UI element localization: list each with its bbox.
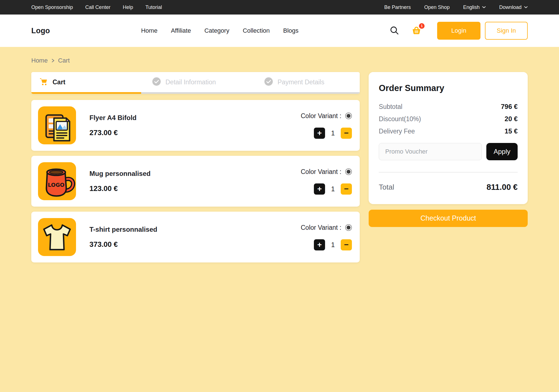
download-dropdown[interactable]: Download — [499, 4, 528, 10]
color-variant-label: Color Variant : — [301, 224, 341, 231]
check-circle-icon — [264, 77, 273, 87]
quantity-value: 1 — [331, 241, 335, 249]
check-circle-icon — [152, 77, 161, 87]
nav-link-home[interactable]: Home — [141, 27, 158, 34]
increase-quantity-button[interactable]: + — [314, 183, 325, 195]
topbar-link-be-partners[interactable]: Be Partners — [384, 4, 411, 10]
step-payment-label: Payment Details — [278, 78, 324, 86]
topbar-link-help[interactable]: Help — [123, 4, 133, 10]
quantity-value: 1 — [331, 129, 335, 137]
color-variant-row: Color Variant : — [301, 168, 352, 176]
cart-item-flyer: Flyer A4 Bifold 273.00 € Color Variant :… — [31, 100, 360, 151]
total-label: Total — [379, 183, 394, 192]
decrease-quantity-button[interactable]: − — [341, 239, 352, 250]
nav-link-blogs[interactable]: Blogs — [283, 27, 299, 34]
cart-count-badge: 1 — [419, 23, 425, 29]
delivery-fee-label: Delivery Fee — [379, 128, 415, 135]
step-cart[interactable]: Cart — [39, 72, 65, 92]
quantity-stepper: + 1 − — [314, 128, 352, 139]
delivery-fee-row: Delivery Fee 15 € — [379, 127, 518, 135]
summary-divider — [379, 172, 518, 173]
main-layout: Cart Detail Information Payment Details — [31, 72, 528, 267]
nav-link-collection[interactable]: Collection — [243, 27, 270, 34]
topbar-link-open-shop[interactable]: Open Shop — [424, 4, 450, 10]
mug-product-image: LOGO — [38, 162, 76, 200]
signin-button[interactable]: Sign In — [485, 22, 528, 40]
breadcrumb: Home Cart — [31, 57, 528, 64]
subtotal-label: Subtotal — [379, 103, 402, 111]
color-variant-radio[interactable] — [345, 168, 352, 175]
item-name: Flyer A4 Bifold — [89, 114, 136, 122]
nav-link-affiliate[interactable]: Affiliate — [171, 27, 191, 34]
checkout-steps: Cart Detail Information Payment Details — [31, 72, 360, 94]
item-name: Mug personnalised — [89, 170, 151, 178]
quantity-value: 1 — [331, 185, 335, 193]
chevron-right-icon — [51, 57, 55, 64]
search-button[interactable] — [390, 26, 399, 36]
chevron-down-icon — [524, 6, 528, 8]
color-variant-label: Color Variant : — [301, 112, 341, 120]
discount-value: 20 € — [504, 115, 518, 123]
svg-text:LOGO: LOGO — [48, 182, 64, 188]
topbar-link-open-sponsorship[interactable]: Open Sponsorship — [31, 4, 73, 10]
total-value: 811.00 € — [487, 183, 518, 192]
flyer-product-image — [38, 106, 76, 144]
promo-voucher-input[interactable] — [379, 143, 482, 160]
step-payment-details: Payment Details — [264, 72, 324, 92]
cart-column: Cart Detail Information Payment Details — [31, 72, 360, 267]
breadcrumb-home[interactable]: Home — [31, 57, 48, 64]
checkout-product-button[interactable]: Checkout Product — [369, 210, 528, 227]
total-row: Total 811.00 € — [379, 183, 518, 192]
color-variant-radio[interactable] — [345, 113, 352, 119]
color-variant-row: Color Variant : — [301, 112, 352, 120]
summary-column: Order Summary Subtotal 796 € Discount(10… — [369, 72, 528, 227]
apply-voucher-button[interactable]: Apply — [486, 143, 518, 160]
increase-quantity-button[interactable]: + — [314, 239, 325, 250]
download-dropdown-label: Download — [499, 4, 522, 10]
item-controls: Color Variant : + 1 − — [301, 224, 352, 250]
item-price: 273.00 € — [89, 128, 136, 137]
color-variant-label: Color Variant : — [301, 168, 341, 176]
item-controls: Color Variant : + 1 − — [301, 112, 352, 139]
item-price: 123.00 € — [89, 184, 151, 193]
quantity-stepper: + 1 − — [314, 239, 352, 250]
step-detail-information: Detail Information — [152, 72, 216, 92]
item-controls: Color Variant : + 1 − — [301, 168, 352, 195]
main-navigation: Home Affiliate Category Collection Blogs — [50, 27, 390, 34]
page-content: Home Cart — [0, 47, 559, 267]
item-info: T-shirt personnalised 373.00 € — [89, 226, 157, 249]
increase-quantity-button[interactable]: + — [314, 128, 325, 139]
nav-link-category[interactable]: Category — [204, 27, 229, 34]
chevron-down-icon — [482, 6, 486, 8]
decrease-quantity-button[interactable]: − — [341, 183, 352, 195]
header-actions: 1 Login Sign In — [390, 22, 528, 40]
topbar-link-call-center[interactable]: Call Center — [85, 4, 110, 10]
color-variant-row: Color Variant : — [301, 224, 352, 231]
decrease-quantity-button[interactable]: − — [341, 128, 352, 139]
item-name: T-shirt personnalised — [89, 226, 157, 233]
breadcrumb-cart: Cart — [58, 57, 70, 64]
cart-basket-button[interactable]: 1 — [411, 26, 421, 36]
quantity-stepper: + 1 − — [314, 183, 352, 195]
search-icon — [390, 26, 399, 36]
subtotal-value: 796 € — [501, 103, 518, 111]
steps-progress-bar — [31, 92, 360, 94]
topbar-right-links: Be Partners Open Shop English Download — [371, 4, 528, 10]
item-info: Flyer A4 Bifold 273.00 € — [89, 114, 136, 137]
promo-voucher-row: Apply — [379, 143, 518, 160]
color-variant-radio[interactable] — [345, 224, 352, 231]
discount-row: Discount(10%) 20 € — [379, 115, 518, 123]
top-utility-bar: Open Sponsorship Call Center Help Tutori… — [0, 0, 559, 15]
topbar-link-tutorial[interactable]: Tutorial — [145, 4, 162, 10]
language-dropdown[interactable]: English — [463, 4, 486, 10]
site-logo[interactable]: Logo — [31, 27, 50, 35]
order-summary-card: Order Summary Subtotal 796 € Discount(10… — [369, 72, 528, 204]
login-button[interactable]: Login — [437, 22, 480, 40]
item-info: Mug personnalised 123.00 € — [89, 170, 151, 193]
step-detail-label: Detail Information — [165, 78, 216, 86]
cart-item-mug: LOGO Mug personnalised 123.00 € Color Va… — [31, 156, 360, 207]
cart-item-tshirt: T-shirt personnalised 373.00 € Color Var… — [31, 212, 360, 262]
cart-page: Open Sponsorship Call Center Help Tutori… — [0, 0, 559, 392]
language-dropdown-label: English — [463, 4, 480, 10]
cart-icon — [39, 77, 48, 87]
